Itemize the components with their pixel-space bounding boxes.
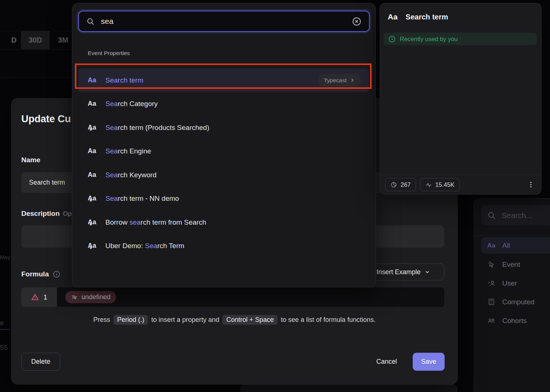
clock-icon xyxy=(388,35,396,43)
property-token-icon xyxy=(71,294,78,301)
sidebar-item-all[interactable]: Aa All xyxy=(481,237,550,254)
chevron-right-icon xyxy=(350,77,355,83)
custom-property-icon: Aa* xyxy=(88,195,101,202)
axis-label-e: e xyxy=(0,319,4,327)
custom-property-icon: Aa* xyxy=(88,242,101,250)
app-root: D 30D 3M May e 55 Update Cu Name Descrip… xyxy=(0,0,550,392)
tab-7d[interactable]: D xyxy=(0,31,21,49)
property-type-icon: Aa xyxy=(88,100,101,108)
formula-token-undefined[interactable]: undefined xyxy=(65,291,116,303)
axis-label-may: May xyxy=(0,254,10,260)
custom-property-icon: Aa* xyxy=(88,124,101,131)
property-search-field[interactable] xyxy=(78,11,370,32)
pulse-icon xyxy=(425,181,432,188)
sidebar-item-user[interactable]: User xyxy=(481,275,550,291)
modal-title: Update Cu xyxy=(21,113,71,125)
delete-button[interactable]: Delete xyxy=(21,353,60,371)
tab-30d[interactable]: 30D xyxy=(21,31,50,49)
property-title: Search term xyxy=(406,13,448,21)
formula-label: Formula xyxy=(21,270,61,278)
warning-icon xyxy=(31,293,39,301)
kbd-control-space: Control + Space xyxy=(222,315,278,325)
property-type-icon: Aa xyxy=(88,171,101,179)
search-icon xyxy=(487,211,496,220)
kbd-period: Period (.) xyxy=(113,315,148,325)
clear-search-icon[interactable] xyxy=(352,17,362,26)
sidebar-search-input[interactable] xyxy=(501,211,543,220)
property-result-row[interactable]: Aa* Borrow search term from Search xyxy=(78,211,369,234)
more-options-button[interactable] xyxy=(526,179,536,190)
property-details-panel: Aa Search term Recently used by you 267 … xyxy=(380,3,542,195)
sidebar-search-field[interactable] xyxy=(481,205,550,225)
property-search-dropdown: Event Properties Aa Search term Typecast… xyxy=(72,3,376,287)
info-icon[interactable] xyxy=(53,270,61,278)
results-section-label: Event Properties xyxy=(88,50,130,57)
formula-row: 1 undefined xyxy=(21,287,444,307)
sidebar-item-computed[interactable]: Computed xyxy=(481,294,550,310)
search-icon xyxy=(86,17,95,26)
property-result-row[interactable]: Aa* Search term - NN demo xyxy=(78,187,369,210)
chevron-down-icon xyxy=(424,269,430,275)
property-result-row[interactable]: Aa* Search term (Products Searched) xyxy=(78,116,369,139)
background-panel-edge xyxy=(240,385,457,392)
user-icon xyxy=(486,279,496,287)
property-details-footer: 267 15.45K xyxy=(380,175,541,194)
computed-icon xyxy=(486,298,496,306)
events-count-badge[interactable]: 15.45K xyxy=(420,178,460,191)
property-result-row[interactable]: Aa Search term Typecast xyxy=(78,69,369,92)
top-values-count-badge[interactable]: 267 xyxy=(385,178,416,191)
date-range-tabs: D 30D 3M xyxy=(0,31,77,49)
property-result-row[interactable]: Aa Search Keyword xyxy=(78,163,369,186)
properties-sidebar: Aa All Event User Computed Cohorts xyxy=(474,198,550,392)
formula-error-count[interactable]: 1 xyxy=(21,287,57,307)
property-type-icon: Aa xyxy=(388,12,398,21)
property-type-icon: Aa xyxy=(88,76,101,84)
background-gridline xyxy=(0,49,72,50)
background-gridline xyxy=(0,77,72,77)
formula-hint: Press Period (.) to insert a property an… xyxy=(11,315,458,325)
recently-used-badge: Recently used by you xyxy=(384,33,537,45)
custom-property-icon: Aa* xyxy=(88,218,101,226)
property-result-row[interactable]: Aa* Uber Demo: Search Term xyxy=(78,234,369,257)
chart-tick-fragment xyxy=(0,329,10,330)
event-icon xyxy=(486,260,496,269)
sidebar-item-event[interactable]: Event xyxy=(481,256,550,273)
property-result-row[interactable]: Aa Search Category xyxy=(78,92,369,115)
aa-icon: Aa xyxy=(486,242,496,249)
sidebar-divider xyxy=(474,236,550,236)
property-search-input[interactable] xyxy=(100,17,346,26)
formula-input[interactable]: undefined xyxy=(57,287,444,307)
cancel-button[interactable]: Cancel xyxy=(366,353,407,371)
property-result-row[interactable]: Aa Search Engine xyxy=(78,139,369,163)
cohorts-icon xyxy=(486,316,496,325)
axis-label-55: 55 xyxy=(0,344,8,352)
typecast-badge[interactable]: Typecast xyxy=(318,74,361,87)
pie-chart-icon xyxy=(390,181,397,188)
name-label: Name xyxy=(21,156,40,164)
sidebar-item-cohorts[interactable]: Cohorts xyxy=(481,312,550,329)
save-button[interactable]: Save xyxy=(413,353,445,371)
property-type-icon: Aa xyxy=(88,147,101,155)
property-details-header: Aa Search term xyxy=(388,12,448,21)
